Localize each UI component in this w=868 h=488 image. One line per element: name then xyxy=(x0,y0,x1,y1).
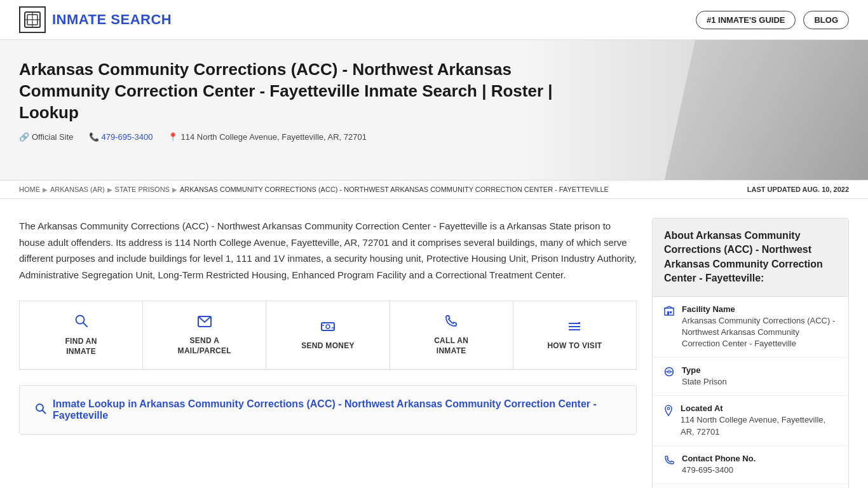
facility-content: Facility Name Arkansas Community Correct… xyxy=(682,304,837,350)
how-to-visit-button[interactable]: HOW TO VISIT xyxy=(513,301,636,369)
location-value: 114 North College Avenue, Fayetteville, … xyxy=(681,414,837,437)
phone-label: Contact Phone No. xyxy=(682,454,756,463)
action-buttons: FIND ANINMATE SEND AMAIL/PARCEL xyxy=(19,301,637,370)
hero-meta: 🔗 Official Site 📞 479-695-3400 📍 114 Nor… xyxy=(19,132,849,142)
svg-point-11 xyxy=(323,322,325,323)
svg-rect-19 xyxy=(667,311,669,315)
hero-section: Arkansas Community Corrections (ACC) - N… xyxy=(0,40,868,180)
phone-content: Contact Phone No. 479-695-3400 xyxy=(682,454,756,476)
breadcrumb-home[interactable]: HOME xyxy=(19,186,40,193)
sidebar-row-type: Type State Prison xyxy=(653,358,848,396)
sidebar-row-location: Located At 114 North College Avenue, Fay… xyxy=(653,396,848,445)
header-nav: #1 INMATE'S GUIDE BLOG xyxy=(696,11,849,29)
sidebar-card-body: Facility Name Arkansas Community Correct… xyxy=(653,297,848,488)
page-title: Arkansas Community Corrections (ACC) - N… xyxy=(19,59,559,123)
logo-text: INMATE SEARCH xyxy=(52,11,172,28)
phone-info: 📞 479-695-3400 xyxy=(89,132,153,142)
main-layout: The Arkansas Community Corrections (ACC)… xyxy=(0,199,868,488)
location-icon: 📍 xyxy=(168,132,178,142)
sidebar-card-header: About Arkansas Community Corrections (AC… xyxy=(653,219,848,297)
type-label: Type xyxy=(682,365,727,375)
address-info: 📍 114 North College Avenue, Fayetteville… xyxy=(168,132,366,142)
sidebar-row-facility: Facility Name Arkansas Community Correct… xyxy=(653,297,848,358)
nav-guide-link[interactable]: #1 INMATE'S GUIDE xyxy=(696,11,796,29)
facility-label: Facility Name xyxy=(682,304,837,314)
send-money-button[interactable]: SEND MONEY xyxy=(266,301,390,369)
nav-blog-link[interactable]: BLOG xyxy=(803,11,849,29)
how-to-visit-label: HOW TO VISIT xyxy=(547,341,602,351)
breadcrumb-sep-2: ▶ xyxy=(107,186,112,193)
breadcrumb-state-prisons[interactable]: STATE PRISONS xyxy=(115,186,170,193)
call-inmate-icon xyxy=(445,315,458,331)
sidebar-card: About Arkansas Community Corrections (AC… xyxy=(652,218,849,488)
breadcrumb-sep-3: ▶ xyxy=(172,186,177,193)
svg-rect-15 xyxy=(578,322,580,324)
right-sidebar: About Arkansas Community Corrections (AC… xyxy=(652,218,849,488)
location-icon-sidebar xyxy=(664,405,673,419)
svg-point-8 xyxy=(326,325,330,329)
breadcrumb-current: ARKANSAS COMMUNITY CORRECTIONS (ACC) - N… xyxy=(180,186,609,193)
logo-link[interactable]: INMATE SEARCH xyxy=(19,6,172,33)
type-icon xyxy=(664,367,674,379)
how-to-visit-icon xyxy=(567,320,581,336)
svg-line-17 xyxy=(43,410,46,413)
location-label: Located At xyxy=(681,403,837,413)
location-content: Located At 114 North College Avenue, Fay… xyxy=(681,403,837,437)
svg-rect-7 xyxy=(322,323,334,330)
description: The Arkansas Community Corrections (ACC)… xyxy=(19,218,637,283)
breadcrumb-sep-1: ▶ xyxy=(43,186,48,193)
send-money-icon xyxy=(321,320,335,336)
type-content: Type State Prison xyxy=(682,365,727,388)
svg-line-5 xyxy=(83,323,87,327)
facility-icon xyxy=(664,306,674,318)
send-mail-label: SEND AMAIL/PARCEL xyxy=(178,336,231,356)
breadcrumb: HOME ▶ ARKANSAS (AR) ▶ STATE PRISONS ▶ A… xyxy=(0,180,868,199)
svg-point-23 xyxy=(667,408,670,410)
sidebar-row-city: City Fayetteville xyxy=(653,484,848,488)
header: INMATE SEARCH #1 INMATE'S GUIDE BLOG xyxy=(0,0,868,40)
call-inmate-button[interactable]: CALL ANINMATE xyxy=(390,301,513,369)
send-money-label: SEND MONEY xyxy=(301,341,355,351)
lookup-title: Inmate Lookup in Arkansas Community Corr… xyxy=(35,398,621,421)
send-mail-button[interactable]: SEND AMAIL/PARCEL xyxy=(143,301,266,369)
sidebar-row-phone: Contact Phone No. 479-695-3400 xyxy=(653,446,848,484)
last-updated: LAST UPDATED AUG. 10, 2022 xyxy=(747,186,849,193)
link-icon: 🔗 xyxy=(19,132,29,142)
find-inmate-button[interactable]: FIND ANINMATE xyxy=(20,301,143,369)
type-value: State Prison xyxy=(682,376,727,388)
logo-icon xyxy=(19,6,46,33)
hero-background xyxy=(665,40,868,180)
svg-rect-20 xyxy=(670,311,672,313)
left-content: The Arkansas Community Corrections (ACC)… xyxy=(19,218,637,488)
find-inmate-icon xyxy=(74,314,88,332)
lookup-icon xyxy=(35,403,46,417)
official-site-link[interactable]: 🔗 Official Site xyxy=(19,132,74,142)
call-inmate-label: CALL ANINMATE xyxy=(434,336,468,356)
phone-value: 479-695-3400 xyxy=(682,464,756,476)
breadcrumb-arkansas[interactable]: ARKANSAS (AR) xyxy=(50,186,105,193)
lookup-section: Inmate Lookup in Arkansas Community Corr… xyxy=(19,385,637,435)
send-mail-icon xyxy=(198,315,212,331)
phone-icon: 📞 xyxy=(89,132,99,142)
find-inmate-label: FIND ANINMATE xyxy=(65,337,97,356)
facility-value: Arkansas Community Corrections (ACC) - N… xyxy=(682,315,837,350)
phone-icon-sidebar xyxy=(664,455,674,468)
